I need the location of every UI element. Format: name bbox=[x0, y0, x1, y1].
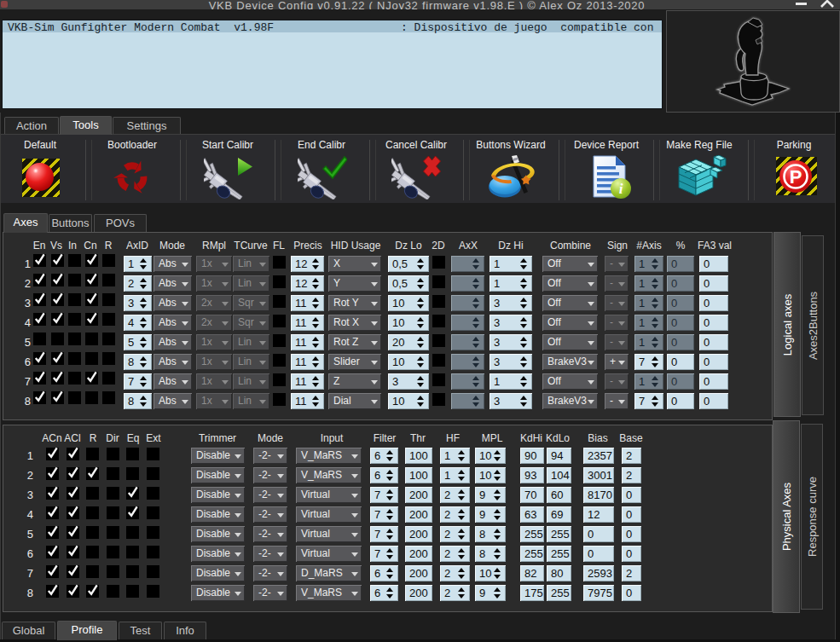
svg-text:P: P bbox=[790, 166, 802, 188]
svg-text:i: i bbox=[619, 181, 623, 197]
